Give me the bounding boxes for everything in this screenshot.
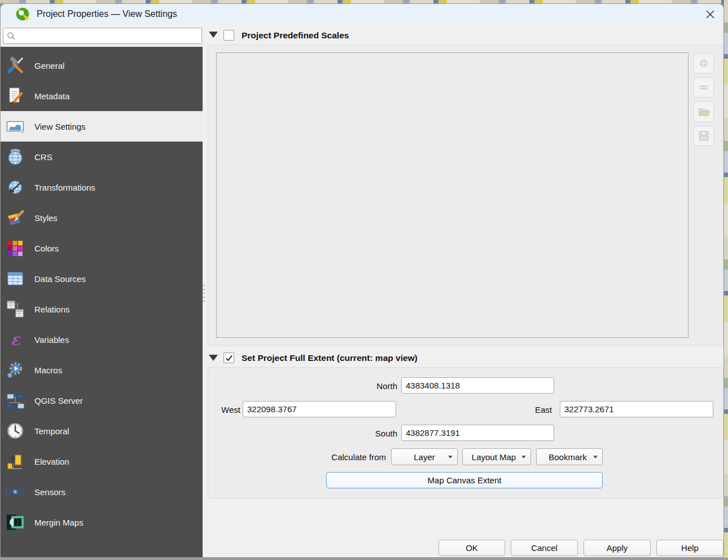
sidebar-item-label: Styles: [34, 213, 58, 223]
sidebar-item-label: Elevation: [34, 457, 69, 466]
close-icon: [705, 10, 715, 19]
save-scales-button[interactable]: [694, 126, 714, 146]
sidebar-item-label: Transformations: [34, 183, 95, 192]
remove-scale-button[interactable]: [694, 77, 714, 98]
sidebar-item-colors[interactable]: Colors: [1, 233, 203, 263]
settings-sidebar: General Metadata View Settings: [1, 47, 203, 557]
clock-icon: [5, 421, 25, 441]
save-icon: [697, 129, 711, 143]
sidebar-item-label: General: [34, 61, 64, 70]
relations-tables-icon: [5, 299, 25, 319]
search-input[interactable]: [19, 32, 201, 41]
sidebar-item-label: Relations: [34, 305, 70, 314]
chevron-down-icon: [521, 456, 526, 458]
table-icon: [5, 268, 25, 289]
search-icon: [7, 32, 16, 41]
globe-crs-icon: [5, 147, 25, 167]
layer-dropdown-label: Layer: [414, 452, 435, 462]
collapse-arrow-icon[interactable]: [209, 32, 218, 38]
north-label: North: [308, 377, 397, 394]
sidebar-item-label: View Settings: [34, 122, 86, 131]
west-label: West: [209, 401, 240, 418]
check-icon: [225, 354, 233, 362]
plus-icon: [698, 57, 710, 69]
sidebar-item-label: Mergin Maps: [34, 518, 84, 527]
north-extent-field[interactable]: [401, 377, 554, 394]
sidebar-item-label: Colors: [34, 244, 59, 253]
full-extent-title: Set Project Full Extent (current: map vi…: [242, 353, 418, 363]
sidebar-item-macros[interactable]: Macros: [1, 355, 203, 385]
ok-button[interactable]: OK: [438, 540, 505, 556]
help-button[interactable]: Help: [656, 540, 723, 556]
folder-open-icon: [697, 105, 711, 118]
paintbrush-icon: [5, 208, 25, 228]
map-canvas-extent-button[interactable]: Map Canvas Extent: [326, 472, 603, 488]
mergin-maps-icon: [5, 512, 25, 532]
epsilon-icon: ε: [5, 329, 25, 350]
sidebar-item-metadata[interactable]: Metadata: [1, 81, 203, 111]
sidebar-item-variables[interactable]: ε Variables: [1, 324, 203, 355]
apply-button[interactable]: Apply: [584, 540, 651, 556]
south-label: South: [308, 425, 397, 442]
south-extent-field[interactable]: [401, 425, 554, 441]
layout-map-dropdown[interactable]: Layout Map: [462, 448, 531, 465]
sidebar-item-sensors[interactable]: Sensors: [1, 477, 203, 507]
layout-map-dropdown-label: Layout Map: [472, 452, 516, 462]
predefined-scales-title: Project Predefined Scales: [242, 30, 349, 41]
sidebar-item-transformations[interactable]: Transformations: [1, 172, 203, 202]
load-scales-button[interactable]: [694, 102, 714, 122]
sidebar-item-label: Temporal: [34, 426, 69, 436]
sidebar-item-label: CRS: [34, 152, 52, 162]
west-extent-field[interactable]: [243, 401, 396, 417]
cancel-button[interactable]: Cancel: [511, 540, 578, 556]
sidebar-item-temporal[interactable]: Temporal: [1, 416, 203, 446]
east-label: East: [508, 401, 552, 418]
sidebar-item-styles[interactable]: Styles: [1, 202, 203, 233]
chevron-down-icon: [593, 456, 598, 458]
sidebar-item-mergin-maps[interactable]: Mergin Maps: [1, 507, 203, 537]
panel-splitter[interactable]: [203, 285, 205, 303]
full-extent-checkbox[interactable]: [223, 352, 234, 363]
sidebar-item-label: Macros: [34, 365, 62, 375]
sidebar-search: [3, 28, 202, 44]
chevron-down-icon: [448, 456, 453, 458]
collapse-arrow-icon[interactable]: [209, 355, 218, 361]
sidebar-item-label: Metadata: [34, 91, 70, 101]
sidebar-item-crs[interactable]: CRS: [1, 142, 203, 172]
window-title: Project Properties — View Settings: [37, 9, 177, 19]
metadata-document-icon: [5, 86, 25, 106]
map-view-icon: [5, 116, 25, 136]
predefined-scales-checkbox[interactable]: [223, 30, 234, 41]
layer-dropdown[interactable]: Layer: [391, 448, 458, 465]
add-scale-button[interactable]: [694, 53, 714, 73]
calculate-from-label: Calculate from: [266, 448, 386, 465]
qgis-logo-icon: [15, 7, 30, 21]
east-extent-field[interactable]: [560, 401, 713, 417]
map-canvas-background-right: [724, 0, 728, 560]
close-button[interactable]: [696, 4, 723, 24]
bookmark-dropdown-label: Bookmark: [549, 452, 587, 462]
bookmark-dropdown[interactable]: Bookmark: [536, 448, 603, 465]
sidebar-item-label: Sensors: [34, 487, 65, 497]
sidebar-item-general[interactable]: General: [1, 50, 203, 81]
color-swatches-icon: [5, 238, 25, 258]
tools-icon: [5, 55, 25, 76]
project-properties-dialog: Project Properties — View Settings Gener…: [0, 3, 724, 558]
sidebar-item-elevation[interactable]: Elevation: [1, 446, 203, 477]
sidebar-item-relations[interactable]: Relations: [1, 294, 203, 324]
gear-play-icon: [5, 360, 25, 380]
map-canvas-background-bottom: [0, 558, 728, 560]
sensor-waves-icon: [5, 482, 25, 502]
elevation-icon: [5, 451, 25, 471]
minus-icon: [698, 81, 710, 94]
sidebar-item-label: Data Sources: [34, 274, 86, 284]
sidebar-item-label: QGIS Server: [34, 396, 83, 405]
predefined-scales-list[interactable]: [216, 52, 688, 338]
sidebar-item-view-settings[interactable]: View Settings: [1, 111, 203, 142]
sidebar-item-label: Variables: [34, 335, 69, 345]
globe-transform-icon: [5, 177, 25, 197]
sidebar-item-qgis-server[interactable]: QGIS Server: [1, 385, 203, 416]
server-network-icon: [5, 390, 25, 411]
title-bar: Project Properties — View Settings: [1, 4, 723, 24]
sidebar-item-data-sources[interactable]: Data Sources: [1, 263, 203, 294]
